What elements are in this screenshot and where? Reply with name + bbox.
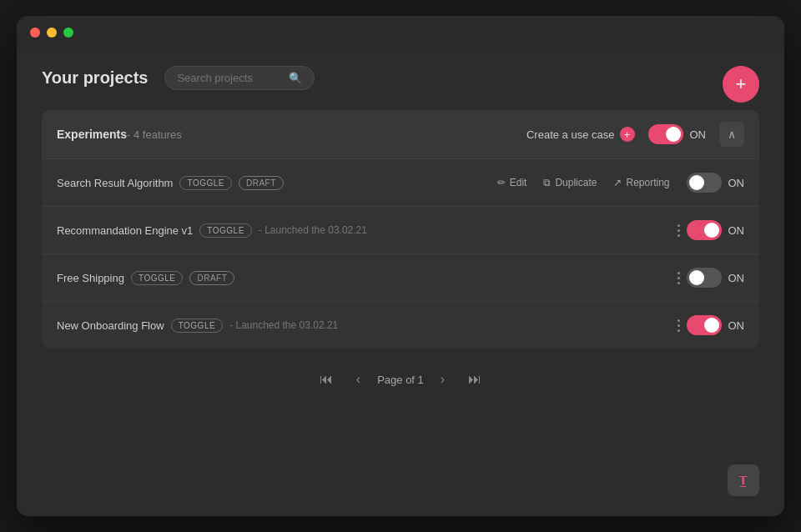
dot [678,282,680,284]
experiments-section: Experiments- 4 features Create a use cas… [42,110,759,349]
toggle-badge: TOGGLE [199,223,252,238]
edit-button[interactable]: ✏ Edit [497,177,527,188]
feature-meta: - Launched the 03.02.21 [229,319,670,331]
feature-toggle-2[interactable] [687,268,722,288]
collapse-button[interactable]: ∧ [719,122,744,147]
section-header-right: Create a use case + ON ∧ [526,122,744,147]
feature-toggle-1[interactable] [687,220,722,240]
pagination: ⏮ ‹ Page of 1 › ⏭ [42,369,759,390]
dot [678,319,680,322]
feature-toggle-label: ON [728,272,745,284]
toggle-thumb [704,223,719,238]
last-page-button[interactable]: ⏭ [461,369,488,390]
plus-circle-icon: + [620,127,635,142]
create-use-case-button[interactable]: Create a use case + [526,127,635,142]
more-options-button[interactable] [671,221,687,240]
feature-toggle-wrapper: ON [687,220,745,240]
table-row: New Onboarding Flow TOGGLE - Launched th… [42,302,759,349]
feature-toggle-wrapper: ON [687,268,745,288]
section-toggle-wrapper: ON [648,124,707,144]
section-title: Experiments- 4 features [57,128,182,141]
toggle-thumb [689,270,704,285]
add-project-button[interactable]: + [723,66,759,103]
toggle-badge: TOGGLE [131,271,184,285]
dot [678,224,680,227]
dot [678,277,680,279]
toggle-badge: TOGGLE [171,319,224,333]
dot [678,272,680,274]
page-info: Page of 1 [377,374,424,386]
feature-actions: ✏ Edit ⧉ Duplicate ↗ Reporting [497,177,670,188]
close-dot[interactable] [30,28,40,38]
draft-badge: DRAFT [239,176,284,190]
main-content: Your projects 🔍 + Experiments- 4 feature… [17,49,784,516]
pencil-icon: ✏ [497,177,506,188]
feature-name: Search Result Algorithm TOGGLE DRAFT [57,176,497,190]
feature-name: Recommandation Engine v1 TOGGLE - Launch… [57,223,671,238]
section-subtitle: - 4 features [127,128,182,141]
feature-toggle-label: ON [728,177,745,189]
dot [678,229,680,232]
app-window: Your projects 🔍 + Experiments- 4 feature… [17,16,784,516]
feature-toggle-label: ON [728,319,745,332]
reporting-button[interactable]: ↗ Reporting [613,177,669,188]
table-row: Free Shipping TOGGLE DRAFT ON [42,254,759,302]
feature-toggle-0[interactable] [687,173,722,193]
feature-name: New Onboarding Flow TOGGLE - Launched th… [57,319,671,333]
toggle-thumb [704,318,719,333]
section-toggle[interactable] [648,124,683,144]
feature-name: Free Shipping TOGGLE DRAFT [57,271,671,285]
page-title: Your projects [42,68,148,88]
toggle-thumb [689,175,704,190]
minimize-dot[interactable] [47,28,57,38]
titlebar [17,16,784,49]
prev-page-button[interactable]: ‹ [350,369,367,390]
tally-button[interactable]: T̲ [728,464,759,496]
search-box: 🔍 [164,66,315,90]
first-page-button[interactable]: ⏮ [313,369,340,390]
search-icon: 🔍 [289,72,302,84]
section-header: Experiments- 4 features Create a use cas… [42,110,759,159]
feature-toggle-wrapper: ON [687,315,745,335]
table-row: Recommandation Engine v1 TOGGLE - Launch… [42,207,759,254]
feature-toggle-label: ON [728,224,745,237]
more-options-button[interactable] [671,269,687,288]
toggle-thumb [666,127,681,142]
more-options-button[interactable] [671,316,687,335]
maximize-dot[interactable] [63,28,73,38]
tally-icon: T̲ [739,474,748,487]
table-row: Search Result Algorithm TOGGLE DRAFT ✏ E… [42,159,759,207]
search-input[interactable] [177,72,282,84]
duplicate-icon: ⧉ [543,177,551,188]
next-page-button[interactable]: › [434,369,451,390]
header-row: Your projects 🔍 + [42,66,759,90]
chart-icon: ↗ [613,177,622,188]
feature-toggle-wrapper: ON [687,173,745,193]
duplicate-button[interactable]: ⧉ Duplicate [543,177,597,188]
feature-toggle-3[interactable] [687,315,722,335]
dot [678,329,680,332]
toggle-badge: TOGGLE [179,176,232,190]
draft-badge: DRAFT [189,271,234,285]
section-toggle-label: ON [690,128,707,141]
dot [678,324,680,327]
feature-meta: - Launched the 03.02.21 [259,224,671,236]
dot [678,234,680,237]
